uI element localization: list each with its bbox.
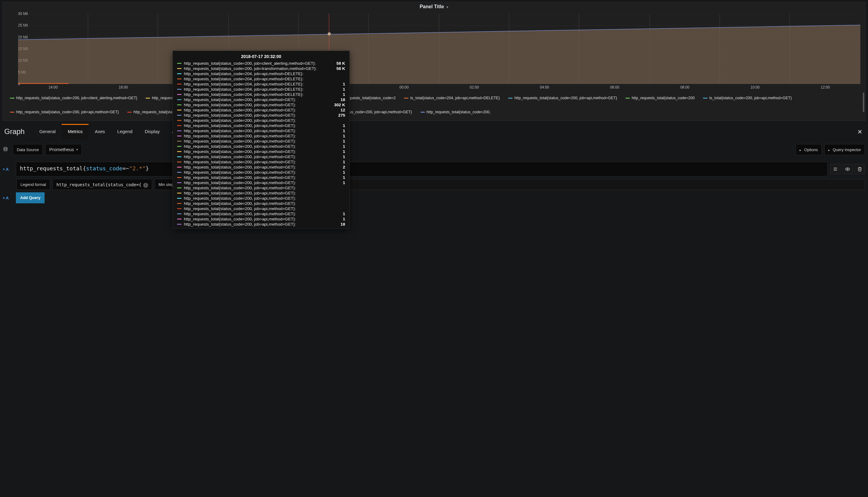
query-row: ▾ A http_requests_total{status_code=~"2.… [3,162,865,176]
panel-title-text: Panel Title [420,4,444,9]
caret-right-icon: ▸ [828,148,830,152]
add-query-row: ▾ A Add Query [3,192,865,203]
legend-item[interactable]: http_requests_total{status_code=200, job… [10,105,119,119]
x-axis-tick: 08:00 [680,85,689,89]
tab-general[interactable]: General [33,124,62,139]
legend-item[interactable]: http_requests_total{status_code=200, job… [508,91,617,105]
chart-legend[interactable]: http_requests_total{status_code=200, job… [10,91,860,119]
tooltip-series-label: http_requests_total{status_code=200, job… [184,134,326,138]
tooltip-series-value: 1 [328,92,345,97]
graph-panel: Panel Title ▾ 05 Mil10 Mil15 Mil20 Mil25… [2,2,866,121]
color-swatch [177,161,181,162]
x-axis-tick: 10:00 [751,85,759,89]
tab-display[interactable]: Display [139,124,166,139]
tooltip-series-row: http_requests_total{status_code=200, job… [177,66,345,71]
color-swatch [626,98,630,99]
tooltip-series-row: http_requests_total{status_code=200, job… [177,211,345,216]
tab-metrics[interactable]: Metrics [62,124,88,139]
svg-point-18 [4,147,7,148]
tooltip-series-label: http_requests_total{status_code=200, job… [184,175,326,180]
expr-fn: http_requests_total [20,165,83,172]
tooltip-series-row: http_requests_total{status_code=200, job… [177,144,345,149]
tooltip-series-row: http_requests_total{status_code=204, job… [177,92,345,97]
tooltip-series-value: 1 [328,149,345,154]
color-swatch [177,193,181,194]
query-toggle[interactable]: ▾ A [3,162,13,176]
trash-icon[interactable] [855,164,865,174]
editor-tab-bar: Graph GeneralMetricsAxesLegendDisplayAle… [0,124,868,139]
help-icon[interactable]: i [143,183,148,188]
eye-icon[interactable] [842,164,853,174]
options-button[interactable]: ▸ Options [796,144,822,155]
datasource-selected: Prometheus [49,144,74,155]
add-query-toggle[interactable]: ▾ A [3,196,13,200]
query-sub-row: Legend format http_requests_total{status… [16,179,865,190]
legend-item[interactable]: ts_total{status_code=200, job=api,method… [703,91,792,105]
color-swatch [177,224,181,225]
tooltip-series-label: http_requests_total{status_code=200, job… [184,108,326,112]
legend-label: http_requests_total{status_code=200 [632,96,695,100]
panel-title[interactable]: Panel Title ▾ [3,2,865,11]
tooltip-series-label: http_requests_total{status_code=204, job… [184,76,326,81]
color-swatch [177,156,181,157]
x-axis-tick: 02:00 [470,85,479,89]
tooltip-series-label: http_requests_total{status_code=200, job… [184,212,326,216]
legend-scrollbar[interactable] [863,93,864,112]
color-swatch [10,98,14,99]
tooltip-series-label: http_requests_total{status_code=200, job… [184,201,326,206]
expr-op: =~ [123,165,129,172]
tab-axes[interactable]: Axes [88,124,111,139]
datasource-row: Data Source Prometheus ▾ ▸ Options ▸ Que… [3,144,865,155]
tooltip-series-value: 275 [328,113,345,117]
color-swatch [177,182,181,183]
x-axis-tick: 14:00 [48,85,58,89]
tooltip-series-value: 1 [328,144,345,149]
color-swatch [177,104,181,105]
tooltip-series-value: 58 K [328,66,345,71]
tooltip-series-row: http_requests_total{status_code=200, job… [177,102,345,108]
color-swatch [421,112,425,113]
color-swatch [177,167,181,168]
chart-svg [18,14,860,84]
tooltip-series-row: http_requests_total{status_code=200, job… [177,154,345,159]
tooltip-series-row: http_requests_total{status_code=200, job… [177,201,345,206]
datasource-select[interactable]: Prometheus ▾ [45,144,82,155]
tooltip-series-row: http_requests_total{status_code=200, job… [177,123,345,128]
tooltip-series-row: http_requests_total{status_code=200, job… [177,190,345,196]
tooltip-series-value: 1 [328,175,345,180]
chevron-down-icon: ▾ [3,196,4,200]
tooltip-series-row: http_requests_total{status_code=200, job… [177,113,345,118]
color-swatch [177,213,181,214]
tooltip-series-label: http_requests_total{status_code=200, job… [184,217,326,221]
close-icon[interactable]: ✕ [857,128,863,136]
tooltip-series-label: http_requests_total{status_code=200, job… [184,207,326,211]
legend-item[interactable]: http_requests_total{status_code=200, [421,105,491,119]
tooltip-series-value: 12 [328,108,345,112]
query-inspector-button[interactable]: ▸ Query Inspector [824,144,865,155]
add-query-button[interactable]: Add Query [16,192,45,203]
legend-item[interactable]: ts_total{status_code=204, job=api,method… [404,91,500,105]
tooltip-series-row: http_requests_total{status_code=200, job… [177,128,345,133]
legend-format-input[interactable]: http_requests_total{status_code={i [53,179,152,190]
x-axis-tick: 16:00 [119,85,128,89]
tooltip-series-label: http_requests_total{status_code=200, job… [184,123,326,128]
legend-format-label: Legend format [16,179,50,190]
color-swatch [177,172,181,173]
tooltip-series-label: http_requests_total{status_code=200, job… [184,165,326,169]
tooltip-series-row: http_requests_total{status_code=200, job… [177,108,345,113]
chart-plot-area[interactable] [18,14,860,84]
color-swatch [177,94,181,95]
tooltip-series-row: http_requests_total{status_code=200, job… [177,185,345,190]
legend-item[interactable]: http_requests_total{status_code=200 [626,91,695,105]
color-swatch [177,68,181,69]
tooltip-series-label: http_requests_total{status_code=200, job… [184,66,326,71]
legend-item[interactable]: http_requests_total{status_code=200, job… [10,91,137,105]
x-axis-tick: 04:00 [540,85,549,89]
tooltip-series-row: http_requests_total{status_code=200, job… [177,222,345,227]
color-swatch [177,141,181,142]
menu-icon[interactable] [830,164,841,174]
legend-label: http_requests_total{status_code=200, job… [514,96,617,100]
query-expression-input[interactable]: http_requests_total{status_code=~"2.*"} [16,162,828,176]
tooltip-series-row: http_requests_total{status_code=200, job… [177,216,345,222]
tab-legend[interactable]: Legend [111,124,139,139]
